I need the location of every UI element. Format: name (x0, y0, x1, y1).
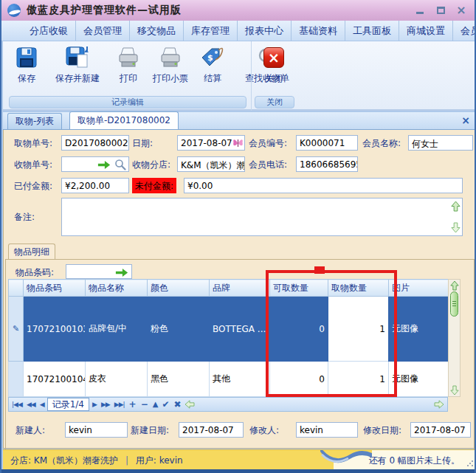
nav-edit-button[interactable]: ▲ (151, 398, 159, 411)
col-header-color[interactable]: 颜色 (148, 280, 210, 297)
status-right: 还有 0 幅图片未上传。 (334, 450, 476, 469)
status-user: 用户: kevin (136, 455, 183, 466)
member-name-field[interactable]: 何女士 (408, 135, 473, 151)
nav-next-page-button[interactable]: ▶▶ (100, 398, 111, 411)
maximize-button[interactable] (435, 5, 446, 15)
record-counter: 记录1/4 (47, 398, 89, 411)
hscroll-left-icon[interactable] (184, 400, 195, 409)
hscroll-right-icon[interactable] (434, 400, 444, 409)
menu-item-mall-settings[interactable]: 商城设置 (399, 21, 453, 41)
close-window-button[interactable]: × (455, 5, 467, 15)
modifier-field[interactable]: kevin (296, 422, 358, 438)
date-field[interactable]: 2017-08-07 (177, 135, 245, 151)
modify-date-field[interactable]: 2017-08-07 (410, 422, 471, 438)
butterfly-date-icon[interactable] (232, 138, 244, 148)
tab-pickup-list[interactable]: 取物-列表 (7, 113, 62, 129)
member-no-value: K0000071 (300, 138, 345, 148)
memo-scroll-down-icon[interactable] (451, 222, 461, 233)
nav-prev-button[interactable]: ◀ (38, 398, 46, 411)
create-date-label: 新建日期: (131, 424, 169, 437)
menu-item-inventory[interactable]: 库存管理 (184, 21, 238, 41)
paid-amount-label: 已付金额: (14, 180, 52, 193)
menu-item-tools[interactable]: 工具面板 (345, 21, 399, 41)
cell-name[interactable]: 皮衣 (86, 362, 148, 397)
cell-image[interactable]: 无图像 (389, 297, 449, 362)
menu-item-basic-data[interactable]: 基础资料 (292, 21, 345, 41)
col-header-brand[interactable]: 品牌 (210, 280, 270, 297)
member-no-field[interactable]: K0000071 (296, 135, 358, 151)
green-arrow-icon[interactable] (97, 160, 111, 170)
menu-item-transfer-items[interactable]: 移交物品 (130, 21, 184, 41)
price-tag-icon: $ (200, 44, 225, 71)
barcode-green-arrow-icon[interactable] (115, 268, 128, 277)
tab-pickup-order[interactable]: 取物单-D2017080002 (69, 111, 179, 129)
unpaid-amount-field[interactable]: ¥0.00 (184, 178, 463, 193)
paid-amount-field[interactable]: ¥2,200.00 (61, 178, 129, 193)
col-header-name[interactable]: 物品名称 (86, 280, 148, 297)
vertical-scrollbar[interactable] (448, 279, 461, 397)
settle-button[interactable]: $ 结算 (196, 44, 229, 94)
print-button[interactable]: 打印 (114, 44, 143, 94)
menu-item-member-activity[interactable]: 会员活动 (453, 21, 476, 41)
item-barcode-field[interactable] (66, 264, 132, 279)
cell-brand[interactable]: 其他 (210, 362, 270, 397)
cell-color[interactable]: 黑色 (148, 362, 210, 397)
menu-item-reports[interactable]: 报表中心 (238, 21, 292, 41)
print-receipt-button[interactable]: 打印小票 (148, 44, 193, 94)
resize-grip[interactable] (466, 460, 474, 467)
cell-barcode[interactable]: 17072100104 (24, 362, 86, 397)
upload-status-text: 还有 0 幅图片未上传。 (369, 455, 460, 467)
modify-date-value: 2017-08-07 (414, 425, 466, 435)
nav-last-button[interactable]: ▶▶| (113, 398, 126, 411)
receive-no-field[interactable] (61, 156, 129, 172)
member-phone-label: 会员电话: (249, 159, 287, 171)
maximize-icon (437, 7, 445, 14)
unpaid-amount-label: 未付金额: (132, 178, 176, 193)
nav-cancel-button[interactable]: ✖ (172, 398, 182, 411)
pickup-order-form: 取物单号: D2017080002 日期: 2017-08-07 会员编号: K… (3, 130, 476, 449)
row-selector-header[interactable] (9, 280, 24, 297)
creator-field[interactable]: kevin (65, 422, 128, 438)
scroll-up-icon[interactable] (450, 280, 459, 291)
minimize-button[interactable] (414, 5, 426, 15)
close-tab-icon[interactable]: × (461, 114, 470, 126)
nav-prev-page-button[interactable]: ◀◀ (25, 398, 37, 411)
col-header-barcode[interactable]: 物品条码 (24, 280, 86, 297)
col-header-image[interactable]: 图片 (389, 280, 449, 297)
member-phone-field[interactable]: 18606685695 (296, 156, 358, 172)
save-button[interactable]: 保存 (10, 44, 43, 94)
row-selector-cell[interactable] (9, 362, 24, 397)
lookup-magnifier-icon[interactable] (114, 159, 126, 170)
modifier-value: kevin (300, 425, 323, 435)
remark-field[interactable] (61, 198, 463, 236)
nav-first-button[interactable]: |◀◀ (10, 398, 24, 411)
receive-branch-value: K&M（凯米）潮 (181, 160, 245, 170)
create-date-field[interactable]: 2017-08-07 (179, 422, 244, 438)
menu-item-member-mgmt[interactable]: 会员管理 (76, 21, 130, 41)
item-barcode-label: 物品条码: (15, 266, 54, 279)
menu-item-branch-cashier[interactable]: 分店收银 (22, 21, 76, 41)
scroll-down-icon[interactable] (450, 385, 459, 396)
status-branch: 分店: KM（凯米）潮奢洗护 (10, 455, 118, 466)
memo-scroll-up-icon[interactable] (451, 201, 461, 212)
cell-name[interactable]: 品牌包/中 (86, 297, 148, 362)
save-and-new-button[interactable]: 保存并新建 (46, 44, 109, 94)
status-bar: 分店: KM（凯米）潮奢洗护 | 用户: kevin 还有 0 幅图片未上传。 (3, 449, 476, 469)
close-form-button[interactable]: × 关闭 (259, 44, 289, 94)
pickup-no-field[interactable]: D2017080002 (61, 135, 129, 151)
cell-barcode[interactable]: 17072100103 (24, 297, 86, 362)
cell-color[interactable]: 粉色 (148, 297, 210, 362)
nav-next-button[interactable]: ▶ (91, 398, 98, 411)
save-button-label: 保存 (18, 72, 35, 85)
nav-insert-button[interactable]: + (128, 398, 138, 411)
receive-branch-field[interactable]: K&M（凯米）潮 (177, 156, 245, 172)
cell-image[interactable]: 无图像 (389, 362, 449, 397)
nav-delete-button[interactable]: − (139, 398, 150, 411)
document-tab-strip: 取物-列表 取物单-D2017080002 × (3, 112, 476, 130)
nav-post-button[interactable]: ✔ (160, 398, 170, 411)
print-button-label: 打印 (120, 72, 137, 85)
highlight-rectangle (266, 270, 397, 397)
scrollbar-thumb[interactable] (450, 291, 458, 317)
cell-brand[interactable]: BOTTEGA ... (210, 297, 270, 362)
tab-item-detail[interactable]: 物品明细 (8, 244, 55, 260)
